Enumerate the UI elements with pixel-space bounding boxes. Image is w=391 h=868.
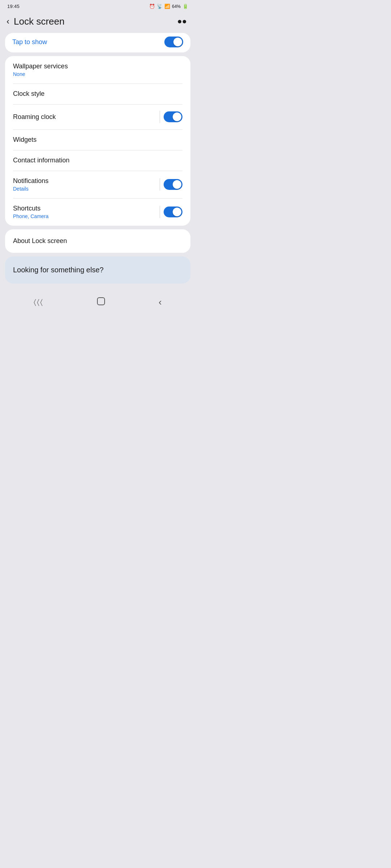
status-icons: ⏰ 📡 📶 64% 🔋 [149, 4, 188, 9]
shortcuts-divider [160, 206, 160, 218]
roaming-clock-divider [160, 111, 160, 123]
about-card[interactable]: About Lock screen [5, 229, 190, 253]
signal-icon: 📶 [164, 4, 170, 9]
battery-level: 64% [172, 4, 181, 9]
nav-recents-button[interactable]: 〈〈〈 [26, 296, 51, 309]
nav-back-button[interactable]: ‹ [151, 294, 169, 310]
setting-row-contact-information[interactable]: Contact information [5, 150, 190, 171]
notifications-content: Notifications Details [13, 177, 49, 192]
wifi-icon: 📡 [157, 4, 163, 9]
shortcuts-sublabel: Phone, Camera [13, 213, 49, 219]
back-button[interactable]: ‹ [5, 15, 11, 28]
wallpaper-services-sublabel: None [13, 71, 68, 77]
tap-to-show-label: Tap to show [12, 38, 47, 46]
setting-row-wallpaper-services[interactable]: Wallpaper services None [5, 56, 190, 84]
setting-row-notifications[interactable]: Notifications Details [5, 171, 190, 198]
roaming-clock-toggle[interactable] [164, 111, 182, 122]
clock-style-label: Clock style [13, 90, 45, 98]
notifications-sublabel: Details [13, 186, 49, 192]
search-button[interactable]: ●● [176, 15, 188, 27]
page-title: Lock screen [14, 16, 64, 27]
svg-rect-0 [97, 298, 105, 305]
notifications-label: Notifications [13, 177, 49, 185]
roaming-clock-label: Roaming clock [13, 113, 56, 121]
about-label: About Lock screen [13, 237, 67, 244]
setting-row-clock-style[interactable]: Clock style [5, 84, 190, 104]
contact-information-label: Contact information [13, 157, 70, 164]
looking-card[interactable]: Looking for something else? [5, 256, 190, 284]
battery-icon: 🔋 [182, 4, 188, 9]
setting-row-widgets[interactable]: Widgets [5, 129, 190, 150]
shortcuts-content: Shortcuts Phone, Camera [13, 205, 49, 219]
status-time: 19:45 [7, 4, 20, 9]
tap-to-show-card[interactable]: Tap to show [5, 33, 190, 52]
alarm-icon: ⏰ [149, 4, 155, 9]
setting-row-roaming-clock[interactable]: Roaming clock [5, 104, 190, 129]
top-bar: ‹ Lock screen ●● [0, 11, 196, 33]
settings-card: Wallpaper services None Clock style Roam… [5, 56, 190, 226]
widgets-label: Widgets [13, 136, 37, 144]
shortcuts-right [160, 206, 182, 218]
status-bar: 19:45 ⏰ 📡 📶 64% 🔋 [0, 0, 196, 11]
clock-style-content: Clock style [13, 90, 45, 98]
roaming-clock-content: Roaming clock [13, 113, 56, 121]
contact-information-content: Contact information [13, 157, 70, 164]
shortcuts-label: Shortcuts [13, 205, 49, 212]
roaming-clock-right [160, 111, 182, 123]
wallpaper-services-label: Wallpaper services [13, 63, 68, 70]
notifications-toggle[interactable] [164, 179, 182, 190]
setting-row-shortcuts[interactable]: Shortcuts Phone, Camera [5, 198, 190, 226]
shortcuts-toggle[interactable] [164, 207, 182, 217]
top-bar-left: ‹ Lock screen [5, 15, 64, 28]
nav-home-button[interactable] [89, 295, 113, 310]
wallpaper-services-content: Wallpaper services None [13, 63, 68, 77]
tap-to-show-toggle[interactable] [164, 37, 183, 47]
notifications-divider [160, 178, 160, 191]
bottom-nav: 〈〈〈 ‹ [0, 289, 196, 316]
looking-label: Looking for something else? [13, 266, 104, 274]
notifications-right [160, 178, 182, 191]
widgets-content: Widgets [13, 136, 37, 144]
